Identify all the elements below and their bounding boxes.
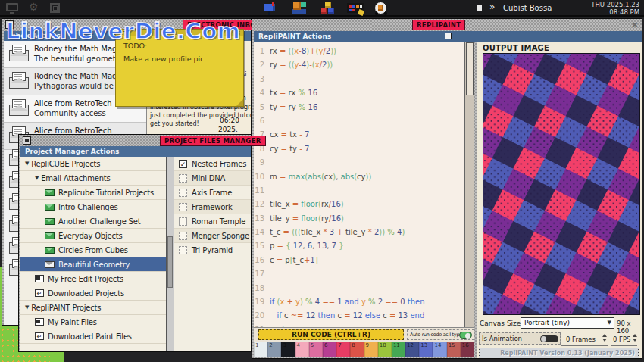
tree-item[interactable]: ▼RepliCUBE Projects	[20, 157, 166, 171]
file-label: Axis Frame	[192, 189, 232, 197]
project-icon	[35, 318, 44, 326]
code-token: ry	[270, 61, 277, 69]
code-token: ty	[289, 145, 297, 153]
scrollbar-thumb[interactable]	[167, 236, 173, 288]
line-number: 10	[254, 170, 264, 184]
tree-item-label: Email Attachments	[41, 174, 110, 183]
tree-scrollbar[interactable]	[166, 157, 174, 351]
code-token: ]	[315, 256, 318, 264]
tree-item[interactable]: ↵Downloaded Paint Files	[20, 329, 166, 344]
fps-stepper[interactable]	[633, 334, 638, 343]
file-label: Roman Temple	[192, 217, 245, 226]
file-list-item[interactable]: Tri-Pyramid	[174, 243, 251, 257]
palette-swatch-3[interactable]: 3	[281, 342, 295, 357]
mailbox-icon[interactable]	[264, 2, 282, 16]
tree-item[interactable]: Intro Challenges	[20, 200, 166, 214]
code-token: max	[289, 173, 305, 181]
code-token: cx	[324, 173, 333, 181]
palette-swatch-6[interactable]: 6	[323, 342, 336, 357]
output-image-label: OUTPUT IMAGE	[483, 44, 549, 52]
file-list-item[interactable]: Mini DNA	[174, 171, 251, 186]
cubes-icon[interactable]	[321, 2, 339, 16]
code-token: 16	[308, 89, 317, 97]
tree-item[interactable]: ↵Downloaded Projects	[20, 286, 166, 301]
code-token: ))	[366, 173, 372, 181]
replicube-icon[interactable]	[292, 2, 311, 16]
tree-item[interactable]: My Paint Files	[20, 315, 166, 329]
palette-swatch-5[interactable]: 5	[309, 342, 323, 357]
avatar-icon[interactable]	[374, 2, 392, 16]
file-checkbox[interactable]	[179, 174, 187, 183]
line-number: 15	[254, 239, 264, 253]
palette-swatch-12[interactable]: 12	[405, 342, 419, 357]
frames-stepper[interactable]	[602, 334, 608, 343]
canvas-size-dropdown[interactable]: Portrait (tiny)	[521, 317, 614, 329]
palette-swatch-10[interactable]: 10	[378, 342, 392, 357]
gear-icon[interactable]: ⚙	[29, 2, 39, 12]
palette-swatch-8[interactable]: 8	[350, 342, 364, 357]
music-track-label: Cubist Bossa	[503, 4, 552, 12]
is-animation-toggle[interactable]	[540, 335, 558, 342]
palette-swatch-11[interactable]: 11	[392, 342, 405, 357]
code-editor[interactable]: 1rx = ((x-8)+(y/2))2ry = ((y-4)-(x/2))34…	[254, 42, 464, 327]
code-token: 7	[305, 145, 309, 153]
code-token: ))	[330, 47, 336, 55]
is-animation-label: Is Animation	[482, 335, 522, 342]
file-checkbox[interactable]	[179, 189, 187, 197]
palette-swatch-13[interactable]: 13	[419, 342, 433, 357]
palette-swatch-16[interactable]: 16	[461, 342, 474, 357]
file-list-item[interactable]: ✓Nested Frames	[174, 157, 251, 171]
file-label: Mini DNA	[192, 174, 225, 183]
tree-item[interactable]: Circles From Cubes	[20, 243, 166, 257]
file-list-item[interactable]: Axis Frame	[174, 186, 251, 200]
code-token: else	[365, 311, 380, 320]
is-animation-group: Is Animation	[479, 332, 561, 345]
code-line: 18	[254, 282, 464, 295]
code-token: )	[341, 214, 344, 223]
file-checkbox[interactable]	[179, 217, 187, 226]
code-token: %	[368, 298, 376, 306]
code-token: 12	[293, 242, 303, 250]
code-scrollbar[interactable]	[464, 42, 474, 327]
tree-item[interactable]: Beautiful Geometry	[20, 257, 166, 272]
scrollbar-thumb[interactable]	[466, 42, 474, 95]
tree-item[interactable]: ▼RepliPAINT Projects	[20, 301, 166, 315]
clock-time: 08:48 PM	[591, 8, 639, 16]
close-icon[interactable]: ×	[631, 20, 638, 30]
replipaint-titlebar[interactable]: RepliPAINT Actions	[254, 31, 642, 42]
file-list-item[interactable]: Framework	[174, 200, 251, 214]
music-skip-icon[interactable]: »	[489, 2, 495, 12]
code-token: (((	[292, 228, 301, 236]
palette-swatch-4[interactable]: 4	[295, 342, 309, 357]
window-menu-button[interactable]	[23, 136, 31, 145]
autorun-toggle[interactable]	[459, 332, 472, 339]
tree-item[interactable]: Everyday Objects	[20, 229, 166, 243]
palette-swatch-9[interactable]: 9	[364, 342, 378, 357]
pane-splitter-button[interactable]	[445, 33, 452, 39]
palette-swatch-1[interactable]: 1	[254, 342, 267, 357]
palette-icon[interactable]	[347, 2, 365, 16]
palette-swatch-7[interactable]: 7	[336, 342, 350, 357]
tree-item[interactable]: ▼Email Attachments	[20, 171, 166, 186]
file-checkbox[interactable]	[179, 203, 187, 211]
tree-item[interactable]: Replicube Tutorial Projects	[20, 186, 166, 200]
monitor-icon[interactable]	[6, 3, 18, 11]
file-list-item[interactable]: Roman Temple	[174, 214, 251, 229]
palette-swatch-14[interactable]: 14	[433, 342, 446, 357]
file-checkbox[interactable]	[179, 232, 187, 240]
code-token: =	[281, 130, 287, 139]
music-stop-icon[interactable]: ■	[477, 5, 482, 11]
palette-swatch-15[interactable]: 15	[447, 342, 461, 357]
save-icon[interactable]	[50, 3, 60, 13]
tree-item[interactable]: Another Challenge Set	[20, 214, 166, 229]
file-checkbox[interactable]: ✓	[179, 160, 187, 168]
file-list-item[interactable]: Menger Sponge	[174, 229, 251, 243]
code-token: 16	[331, 200, 341, 208]
project-manager-titlebar[interactable]: Project Manager Actions	[20, 146, 251, 157]
file-checkbox[interactable]	[179, 246, 187, 254]
tree-item[interactable]: My Free Edit Projects	[20, 272, 166, 286]
palette-swatch-2[interactable]: 2	[267, 342, 281, 357]
line-number: 18	[254, 282, 264, 295]
swatch-number: 2	[269, 342, 272, 348]
run-code-button[interactable]: RUN CODE (CTRL+R)	[258, 329, 404, 340]
